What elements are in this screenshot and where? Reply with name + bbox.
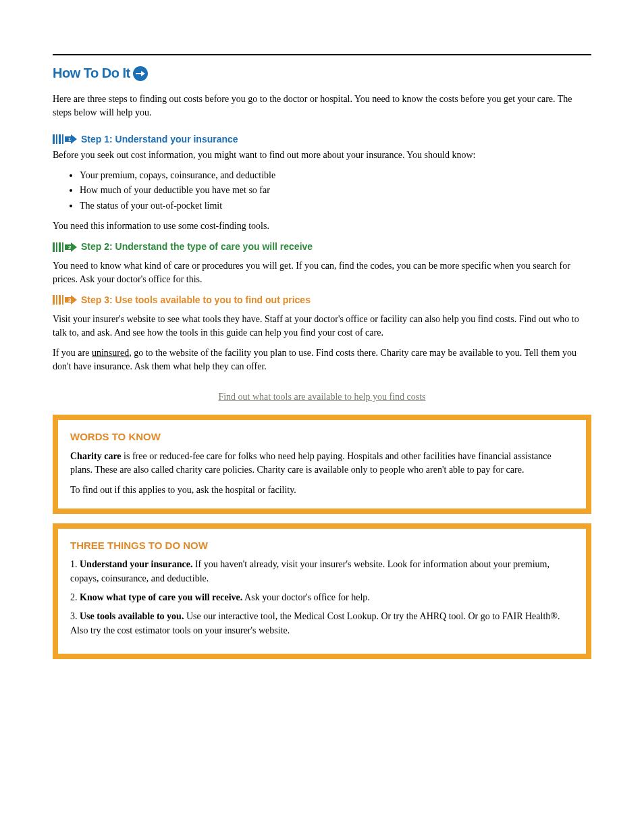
section-title: How To Do It: [53, 63, 148, 83]
item-bold: Use tools available to you.: [80, 611, 184, 621]
section-title-text: How To Do It: [53, 63, 130, 83]
item-number: 2.: [70, 592, 78, 602]
list-item: The status of your out-of-pocket limit: [80, 199, 591, 213]
callout-three-things: THREE THINGS TO DO NOW 1. Understand you…: [53, 523, 591, 659]
step-1-icon: 1: [53, 134, 77, 144]
callout-words-to-know: WORDS TO KNOW Charity care is free or re…: [53, 415, 591, 514]
item-rest: Ask your doctor's office for help.: [242, 592, 370, 602]
step-3-body: Visit your insurer's website to see what…: [53, 313, 591, 374]
svg-text:2: 2: [68, 244, 72, 251]
text: If you are: [53, 348, 92, 358]
step-1-outro: You need this information to use some co…: [53, 219, 591, 233]
bars-icon: [53, 134, 63, 144]
step-1-label: Step 1: Understand your insurance: [81, 132, 238, 146]
arrow-icon: 1: [65, 134, 77, 144]
term: Charity care: [70, 451, 122, 461]
item-number: 1.: [70, 559, 78, 569]
underline-text: uninsured: [92, 348, 129, 358]
callout-list: 1. Understand your insurance. If you hav…: [70, 558, 574, 637]
list-item: 2. Know what type of care you will recei…: [70, 591, 574, 604]
step-3-p1: Visit your insurer's website to see what…: [53, 313, 591, 340]
step-3: 3 Step 3: Use tools available to you to …: [53, 293, 591, 373]
step-2-body: You need to know what kind of care or pr…: [53, 259, 591, 287]
tools-link[interactable]: Find out what tools are available to hel…: [218, 392, 425, 402]
step-1: 1 Step 1: Understand your insurance Befo…: [53, 132, 591, 234]
item-number: 3.: [70, 611, 78, 621]
step-1-header: 1 Step 1: Understand your insurance: [53, 132, 591, 146]
item-bold: Know what type of care you will receive.: [80, 592, 242, 602]
step-2-label: Step 2: Understand the type of care you …: [81, 240, 313, 253]
step-1-body: Before you seek out cost information, yo…: [53, 149, 591, 233]
list-item: 1. Understand your insurance. If you hav…: [70, 558, 574, 585]
intro-paragraph: Here are three steps to finding out cost…: [53, 93, 591, 120]
step-2: 2 Step 2: Understand the type of care yo…: [53, 240, 591, 286]
bars-icon: [53, 295, 63, 305]
arrow-icon: 3: [65, 295, 77, 305]
bars-icon: [53, 242, 63, 252]
callout-p2: To find out if this applies to you, ask …: [70, 484, 574, 497]
step-2-header: 2 Step 2: Understand the type of care yo…: [53, 240, 591, 253]
arrow-right-icon: [133, 66, 148, 81]
step-3-label: Step 3: Use tools available to you to fi…: [81, 293, 311, 307]
item-bold: Understand your insurance.: [80, 559, 192, 569]
step-3-icon: 3: [53, 295, 77, 305]
callout-title: THREE THINGS TO DO NOW: [70, 538, 574, 553]
step-2-icon: 2: [53, 242, 77, 252]
list-item: Your premium, copays, coinsurance, and d…: [80, 169, 591, 182]
step-1-list: Your premium, copays, coinsurance, and d…: [80, 169, 591, 213]
header-rule: [53, 54, 591, 55]
step-1-intro: Before you seek out cost information, yo…: [53, 149, 591, 162]
link-line: Find out what tools are available to hel…: [53, 390, 591, 404]
svg-text:3: 3: [68, 297, 72, 303]
definition: is free or reduced-fee care for folks wh…: [70, 451, 552, 475]
step-3-header: 3 Step 3: Use tools available to you to …: [53, 293, 591, 307]
arrow-icon: 2: [65, 242, 77, 252]
list-item: 3. Use tools available to you. Use our i…: [70, 610, 574, 637]
svg-text:1: 1: [68, 136, 72, 142]
text: , go to the website of the facility you …: [53, 348, 576, 371]
list-item: How much of your deductible you have met…: [80, 184, 591, 197]
callout-title: WORDS TO KNOW: [70, 429, 574, 444]
step-3-p2: If you are uninsured, go to the website …: [53, 346, 591, 374]
step-2-text: You need to know what kind of care or pr…: [53, 259, 591, 287]
callout-p1: Charity care is free or reduced-fee care…: [70, 450, 574, 477]
